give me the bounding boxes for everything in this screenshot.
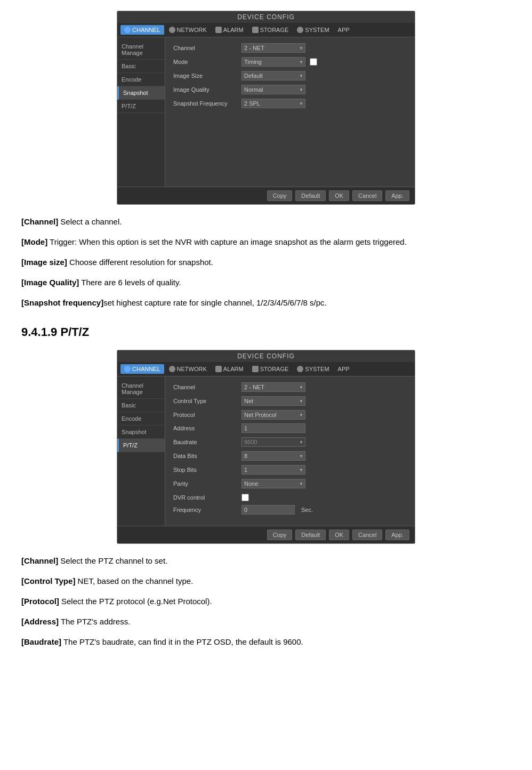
doc2-bold-4: [Baudrate] <box>21 637 61 646</box>
doc2-bold-1: [Control Type] <box>21 576 75 585</box>
doc-bold-0: [Channel] <box>21 217 58 226</box>
select-wrapper-imagesize-1: Default <box>241 70 305 81</box>
sidebar-encode-2[interactable]: Encode <box>117 412 165 426</box>
nav-network-1[interactable]: NETWORK <box>165 25 211 35</box>
btn-ok-1[interactable]: OK <box>329 190 349 201</box>
nav-network-2[interactable]: NETWORK <box>165 364 211 374</box>
select-wrapper-controltype-2: Net <box>241 396 305 406</box>
select-controltype-2[interactable]: Net <box>241 396 305 406</box>
form-row-snapfreq-1: Snapshot Frequency 2 SPL <box>173 98 407 108</box>
doc2-line-1: [Control Type] NET, based on the channel… <box>21 575 511 588</box>
doc2-line-0: [Channel] Select the PTZ channel to set. <box>21 555 511 567</box>
select-stopbits-2[interactable]: 1 <box>241 465 305 475</box>
network-icon-1 <box>169 27 175 33</box>
doc2-text-0: Select the PTZ channel to set. <box>58 556 167 565</box>
doc2-bold-2: [Protocol] <box>21 597 59 606</box>
form-row-channel-1: Channel 2 - NET <box>173 43 407 53</box>
nav-channel-1[interactable]: CHANNEL <box>120 25 164 35</box>
doc-bold-2: [Image size] <box>21 258 67 267</box>
form-row-quality-1: Image Quality Normal <box>173 84 407 94</box>
doc2-line-3: [Address] The PTZ's address. <box>21 615 511 628</box>
sidebar-basic-1[interactable]: Basic <box>117 60 165 73</box>
sidebar-snapshot-2[interactable]: Snapshot <box>117 426 165 439</box>
form-row-frequency-2: Frequency Sec. <box>173 505 407 515</box>
btn-copy-2[interactable]: Copy <box>267 530 293 540</box>
input-frequency-2[interactable] <box>241 505 295 515</box>
nav-system-1[interactable]: SYSTEM <box>293 25 333 35</box>
label-mode-1: Mode <box>173 59 237 65</box>
form-row-imagesize-1: Image Size Default <box>173 70 407 81</box>
panel1-footer: Copy Default OK Cancel App. <box>117 187 415 204</box>
btn-default-1[interactable]: Default <box>295 190 326 201</box>
nav-alarm-1[interactable]: ALARM <box>212 25 247 35</box>
select-wrapper-stopbits-2: 1 <box>241 464 305 475</box>
nav-app-2[interactable]: APP <box>334 364 353 374</box>
panel1-title: DEVICE CONFIG <box>117 11 415 23</box>
sidebar-channel-manage-1[interactable]: Channel Manage <box>117 40 165 60</box>
panel2: DEVICE CONFIG CHANNEL NETWORK ALARM STOR… <box>117 350 415 544</box>
select-mode-1[interactable]: Timing <box>241 57 305 67</box>
panel2-sidebar: Channel Manage Basic Encode Snapshot P/T… <box>117 376 165 526</box>
doc2-line-4: [Baudrate] The PTZ's baudrate, can find … <box>21 636 511 648</box>
btn-app-1[interactable]: App. <box>385 190 409 201</box>
mode-checkbox-1[interactable] <box>310 58 317 66</box>
panel2-title: DEVICE CONFIG <box>117 350 415 362</box>
system-icon-2 <box>297 366 303 372</box>
input-address-2[interactable] <box>241 423 305 433</box>
doc2-bold-0: [Channel] <box>21 556 58 565</box>
label-baudrate-2: Baudrate <box>173 439 237 445</box>
label-address-2: Address <box>173 425 237 431</box>
form-row-databits-2: Data Bits 8 <box>173 451 407 461</box>
sidebar-ptz-1[interactable]: P/T/Z <box>117 100 165 113</box>
label-stopbits-2: Stop Bits <box>173 467 237 473</box>
select-imagesize-1[interactable]: Default <box>241 71 305 81</box>
sidebar-encode-1[interactable]: Encode <box>117 73 165 86</box>
select-channel-2[interactable]: 2 - NET <box>241 382 305 392</box>
select-wrapper-parity-2: None <box>241 478 305 488</box>
btn-copy-1[interactable]: Copy <box>267 190 293 201</box>
nav-storage-1[interactable]: STORAGE <box>248 25 293 35</box>
sidebar-snapshot-1[interactable]: Snapshot <box>117 86 165 100</box>
nav-storage-2[interactable]: STORAGE <box>248 364 293 374</box>
select-snapfreq-1[interactable]: 2 SPL <box>241 99 305 108</box>
label-parity-2: Parity <box>173 480 237 487</box>
btn-cancel-1[interactable]: Cancel <box>352 190 382 201</box>
doc2-text-4: The PTZ's baudrate, can find it in the P… <box>61 637 303 646</box>
alarm-icon-1 <box>215 27 222 33</box>
label-dvrcontrol-2: DVR control <box>173 494 237 501</box>
doc-line-4: [Snapshot frequency]set highest capture … <box>21 296 511 309</box>
btn-default-2[interactable]: Default <box>295 530 326 540</box>
doc-text-4: set highest capture rate for single chan… <box>103 298 327 307</box>
select-wrapper-protocol-2: Net Protocol <box>241 410 305 420</box>
nav-system-2[interactable]: SYSTEM <box>293 364 333 374</box>
doc-section-2: [Channel] Select the PTZ channel to set.… <box>21 555 511 648</box>
nav-alarm-2[interactable]: ALARM <box>212 364 247 374</box>
doc-text-3: There are 6 levels of quality. <box>79 278 181 287</box>
select-quality-1[interactable]: Normal <box>241 85 305 94</box>
select-wrapper-channel-1: 2 - NET <box>241 43 305 53</box>
select-wrapper-quality-1: Normal <box>241 84 305 94</box>
label-channel-2: Channel <box>173 384 237 390</box>
panel1-content: Channel 2 - NET Mode Timing Image Size <box>165 37 415 187</box>
panel1: DEVICE CONFIG CHANNEL NETWORK ALARM STOR… <box>117 11 415 205</box>
select-databits-2[interactable]: 8 <box>241 451 305 461</box>
nav-app-1[interactable]: APP <box>334 25 353 35</box>
system-icon-1 <box>297 27 303 33</box>
label-protocol-2: Protocol <box>173 412 237 418</box>
btn-app-2[interactable]: App. <box>385 530 409 540</box>
select-parity-2[interactable]: None <box>241 479 305 488</box>
sidebar-channel-manage-2[interactable]: Channel Manage <box>117 379 165 399</box>
btn-ok-2[interactable]: OK <box>329 530 349 540</box>
sidebar-basic-2[interactable]: Basic <box>117 399 165 412</box>
label-imagesize-1: Image Size <box>173 73 237 79</box>
select-channel-1[interactable]: 2 - NET <box>241 43 305 53</box>
select-protocol-2[interactable]: Net Protocol <box>241 410 305 420</box>
sidebar-ptz-2[interactable]: P/T/Z <box>117 439 165 452</box>
checkbox-dvrcontrol-2[interactable] <box>241 494 249 501</box>
panel2-footer: Copy Default OK Cancel App. <box>117 526 415 543</box>
btn-cancel-2[interactable]: Cancel <box>352 530 382 540</box>
network-icon-2 <box>169 366 175 372</box>
select-baudrate-2[interactable]: 9600 <box>241 437 305 447</box>
nav-channel-2[interactable]: CHANNEL <box>120 364 164 374</box>
form-row-baudrate-2: Baudrate 9600 <box>173 437 407 447</box>
